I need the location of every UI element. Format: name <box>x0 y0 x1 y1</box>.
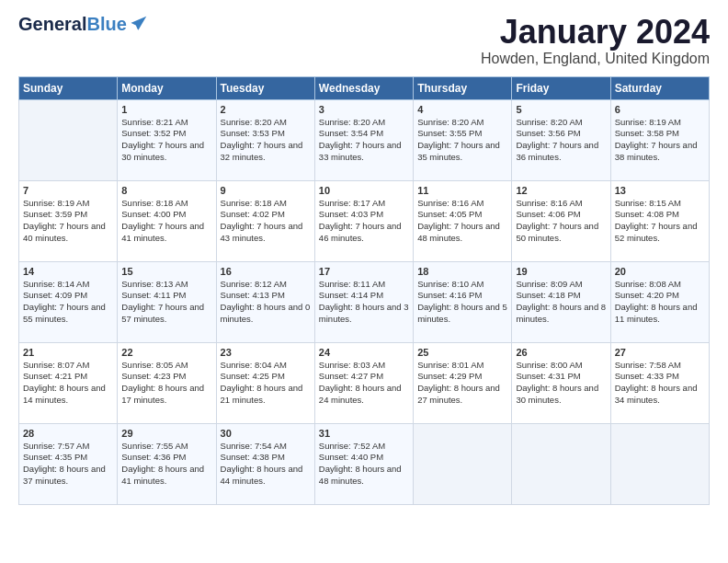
calendar-cell: 19 Sunrise: 8:09 AM Sunset: 4:18 PM Dayl… <box>512 261 610 342</box>
calendar-cell <box>414 423 512 504</box>
sunset-text: Sunset: 4:03 PM <box>319 209 383 219</box>
cell-info: Sunrise: 8:20 AM Sunset: 3:53 PM Dayligh… <box>221 117 311 164</box>
day-number: 8 <box>121 185 211 196</box>
sunrise-text: Sunrise: 7:55 AM <box>121 441 188 451</box>
day-number: 4 <box>417 104 507 115</box>
day-header-tuesday: Tuesday <box>216 76 314 99</box>
daylight-text: Daylight: 7 hours and 48 minutes. <box>417 221 500 243</box>
cell-info: Sunrise: 8:19 AM Sunset: 3:58 PM Dayligh… <box>615 117 705 164</box>
sunset-text: Sunset: 4:18 PM <box>516 290 580 300</box>
cell-info: Sunrise: 8:04 AM Sunset: 4:25 PM Dayligh… <box>221 360 311 407</box>
daylight-text: Daylight: 8 hours and 24 minutes. <box>319 383 402 405</box>
day-header-sunday: Sunday <box>19 76 118 99</box>
day-number: 26 <box>516 347 606 358</box>
daylight-text: Daylight: 8 hours and 0 minutes. <box>221 302 311 324</box>
cell-info: Sunrise: 8:13 AM Sunset: 4:11 PM Dayligh… <box>121 279 211 326</box>
sunset-text: Sunset: 4:13 PM <box>221 290 285 300</box>
daylight-text: Daylight: 8 hours and 8 minutes. <box>516 302 606 324</box>
calendar-cell: 18 Sunrise: 8:10 AM Sunset: 4:16 PM Dayl… <box>414 261 512 342</box>
calendar-cell: 11 Sunrise: 8:16 AM Sunset: 4:05 PM Dayl… <box>414 180 512 261</box>
cell-info: Sunrise: 8:03 AM Sunset: 4:27 PM Dayligh… <box>319 360 409 407</box>
calendar-cell: 30 Sunrise: 7:54 AM Sunset: 4:38 PM Dayl… <box>216 423 314 504</box>
sunrise-text: Sunrise: 8:13 AM <box>121 279 188 289</box>
title-block: January 2024 Howden, England, United Kin… <box>481 14 710 67</box>
calendar-cell: 7 Sunrise: 8:19 AM Sunset: 3:59 PM Dayli… <box>19 180 118 261</box>
sunrise-text: Sunrise: 8:20 AM <box>417 117 483 127</box>
sunset-text: Sunset: 4:14 PM <box>319 290 383 300</box>
calendar-week-3: 14 Sunrise: 8:14 AM Sunset: 4:09 PM Dayl… <box>19 261 710 342</box>
day-number: 2 <box>221 104 311 115</box>
sunset-text: Sunset: 4:11 PM <box>121 290 186 300</box>
calendar-header-row: SundayMondayTuesdayWednesdayThursdayFrid… <box>19 76 710 99</box>
sunrise-text: Sunrise: 8:18 AM <box>121 198 188 208</box>
cell-info: Sunrise: 8:16 AM Sunset: 4:05 PM Dayligh… <box>417 198 507 245</box>
sunrise-text: Sunrise: 8:20 AM <box>319 117 385 127</box>
cell-info: Sunrise: 8:12 AM Sunset: 4:13 PM Dayligh… <box>221 279 311 326</box>
daylight-text: Daylight: 8 hours and 3 minutes. <box>319 302 409 324</box>
day-number: 27 <box>615 347 705 358</box>
sunrise-text: Sunrise: 8:08 AM <box>615 279 681 289</box>
sunset-text: Sunset: 4:02 PM <box>221 209 285 219</box>
sunset-text: Sunset: 3:54 PM <box>319 128 383 138</box>
day-number: 22 <box>121 347 211 358</box>
sunrise-text: Sunrise: 8:15 AM <box>615 198 681 208</box>
calendar-week-1: 1 Sunrise: 8:21 AM Sunset: 3:52 PM Dayli… <box>19 99 710 180</box>
calendar-cell: 25 Sunrise: 8:01 AM Sunset: 4:29 PM Dayl… <box>414 342 512 423</box>
sunrise-text: Sunrise: 8:19 AM <box>615 117 681 127</box>
sunset-text: Sunset: 3:52 PM <box>121 128 186 138</box>
cell-info: Sunrise: 8:17 AM Sunset: 4:03 PM Dayligh… <box>319 198 409 245</box>
calendar-week-2: 7 Sunrise: 8:19 AM Sunset: 3:59 PM Dayli… <box>19 180 710 261</box>
calendar-cell: 27 Sunrise: 7:58 AM Sunset: 4:33 PM Dayl… <box>610 342 709 423</box>
calendar-cell: 14 Sunrise: 8:14 AM Sunset: 4:09 PM Dayl… <box>19 261 118 342</box>
cell-info: Sunrise: 8:20 AM Sunset: 3:54 PM Dayligh… <box>319 117 409 164</box>
day-number: 6 <box>615 104 705 115</box>
header: GeneralBlue January 2024 Howden, England… <box>18 14 710 67</box>
daylight-text: Daylight: 8 hours and 14 minutes. <box>23 383 106 405</box>
sunset-text: Sunset: 4:23 PM <box>121 371 186 381</box>
calendar-week-5: 28 Sunrise: 7:57 AM Sunset: 4:35 PM Dayl… <box>19 423 710 504</box>
sunrise-text: Sunrise: 8:07 AM <box>23 360 89 370</box>
calendar-cell: 21 Sunrise: 8:07 AM Sunset: 4:21 PM Dayl… <box>19 342 118 423</box>
cell-info: Sunrise: 8:18 AM Sunset: 4:00 PM Dayligh… <box>121 198 211 245</box>
calendar-cell: 24 Sunrise: 8:03 AM Sunset: 4:27 PM Dayl… <box>314 342 413 423</box>
sunrise-text: Sunrise: 8:19 AM <box>23 198 89 208</box>
day-number: 24 <box>319 347 409 358</box>
sunrise-text: Sunrise: 8:12 AM <box>221 279 287 289</box>
cell-info: Sunrise: 8:20 AM Sunset: 3:56 PM Dayligh… <box>516 117 606 164</box>
sunset-text: Sunset: 4:05 PM <box>417 209 482 219</box>
sunrise-text: Sunrise: 7:57 AM <box>23 441 89 451</box>
cell-info: Sunrise: 8:08 AM Sunset: 4:20 PM Dayligh… <box>615 279 705 326</box>
sunset-text: Sunset: 3:55 PM <box>417 128 482 138</box>
day-number: 31 <box>319 428 409 439</box>
calendar-cell: 1 Sunrise: 8:21 AM Sunset: 3:52 PM Dayli… <box>118 99 216 180</box>
cell-info: Sunrise: 8:15 AM Sunset: 4:08 PM Dayligh… <box>615 198 705 245</box>
sunset-text: Sunset: 4:06 PM <box>516 209 580 219</box>
sunrise-text: Sunrise: 8:16 AM <box>417 198 483 208</box>
daylight-text: Daylight: 8 hours and 34 minutes. <box>615 383 698 405</box>
daylight-text: Daylight: 8 hours and 41 minutes. <box>121 464 204 486</box>
calendar-cell <box>19 99 118 180</box>
day-number: 11 <box>417 185 507 196</box>
day-number: 15 <box>121 266 211 277</box>
cell-info: Sunrise: 8:00 AM Sunset: 4:31 PM Dayligh… <box>516 360 606 407</box>
day-number: 29 <box>121 428 211 439</box>
sunrise-text: Sunrise: 8:03 AM <box>319 360 385 370</box>
cell-info: Sunrise: 8:18 AM Sunset: 4:02 PM Dayligh… <box>221 198 311 245</box>
sunrise-text: Sunrise: 8:01 AM <box>417 360 483 370</box>
calendar-cell: 6 Sunrise: 8:19 AM Sunset: 3:58 PM Dayli… <box>610 99 709 180</box>
day-number: 16 <box>221 266 311 277</box>
sunrise-text: Sunrise: 8:20 AM <box>516 117 582 127</box>
daylight-text: Daylight: 7 hours and 50 minutes. <box>516 221 598 243</box>
sunrise-text: Sunrise: 8:17 AM <box>319 198 385 208</box>
sunrise-text: Sunrise: 8:11 AM <box>319 279 385 289</box>
sunset-text: Sunset: 3:58 PM <box>615 128 679 138</box>
day-number: 18 <box>417 266 507 277</box>
sunrise-text: Sunrise: 7:58 AM <box>615 360 681 370</box>
day-header-friday: Friday <box>512 76 610 99</box>
sunset-text: Sunset: 4:29 PM <box>417 371 482 381</box>
calendar-cell: 4 Sunrise: 8:20 AM Sunset: 3:55 PM Dayli… <box>414 99 512 180</box>
calendar-cell: 13 Sunrise: 8:15 AM Sunset: 4:08 PM Dayl… <box>610 180 709 261</box>
sunset-text: Sunset: 4:35 PM <box>23 452 87 462</box>
cell-info: Sunrise: 8:20 AM Sunset: 3:55 PM Dayligh… <box>417 117 507 164</box>
cell-info: Sunrise: 7:54 AM Sunset: 4:38 PM Dayligh… <box>221 441 311 488</box>
